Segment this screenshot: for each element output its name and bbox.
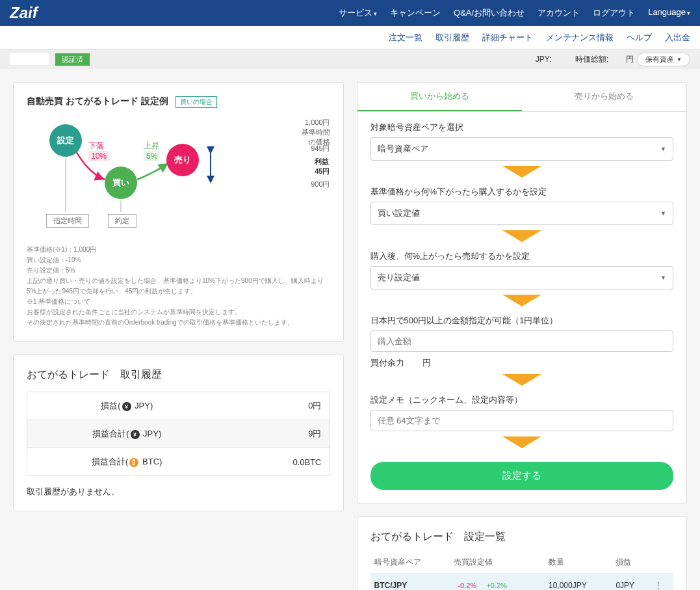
yen-icon: ¥ (122, 402, 131, 411)
sell-set-select[interactable]: 売り設定値 (370, 266, 674, 289)
top-navbar: Zaif サービス▾ キャンペーン Q&A/お問い合わせ アカウント ログアウト… (0, 0, 700, 26)
diagram-notes: 基準価格(※1)：1,000円 買い設定値：-10% 売り設定値：5% 上記の通… (27, 245, 330, 328)
nav-account[interactable]: アカウント (538, 7, 580, 19)
diagram-time-label: 指定時間 (46, 214, 89, 228)
history-title: おてがるトレード 取引履歴 (27, 368, 330, 382)
col-pl: 損益 (612, 552, 651, 574)
subnav-history[interactable]: 取引履歴 (435, 32, 469, 44)
nav-qa[interactable]: Q&A/お問い合わせ (454, 7, 525, 19)
pair-select[interactable]: 暗号資産ペア (370, 137, 674, 161)
marketcap-label: 時価総額: (575, 54, 608, 65)
verified-badge: 認証済 (55, 53, 90, 66)
amount-label: 日本円で500円以上の金額指定が可能（1円単位） (370, 315, 674, 327)
memo-input[interactable] (370, 410, 674, 431)
diagram-price-945: 945円 (311, 144, 330, 154)
diagram-title: 自動売買 おてがるトレード 設定例 (27, 96, 168, 106)
tab-buy[interactable]: 買いから始める (357, 83, 522, 111)
col-pair: 暗号資産ペア (370, 552, 450, 574)
chevron-down-icon: ▾ (687, 10, 690, 16)
table-row[interactable]: BTC/JPY-0.2% +0.2%10,000JPY0JPY⋮ (370, 574, 674, 591)
arrow-down-icon (370, 295, 674, 308)
history-empty-text: 取引履歴がありません。 (27, 486, 330, 498)
submit-button[interactable]: 設定する (370, 462, 674, 490)
arrow-down-icon (370, 374, 674, 388)
memo-label: 設定メモ（ニックネーム、設定内容等） (370, 394, 674, 406)
marketcap-unit: 円 (626, 54, 634, 65)
settings-list-card: おてがるトレード 設定一覧 暗号資産ペア 売買設定値 数量 損益 BTC/JPY… (357, 516, 688, 590)
jpy-label: JPY: (536, 55, 552, 64)
nav-logout[interactable]: ログアウト (593, 7, 635, 19)
table-row: 損益合計(¥ JPY) 9円 (27, 420, 330, 448)
diagram-down-label: 下落10% (88, 141, 109, 161)
diagram-up-label: 上昇5% (144, 141, 160, 161)
diagram-card: 自動売買 おてがるトレード 設定例 買いの場合 設定 買 (13, 82, 344, 342)
settings-list-title: おてがるトレード 設定一覧 (370, 530, 674, 544)
nav-campaign[interactable]: キャンペーン (390, 7, 441, 19)
arrow-down-icon (370, 230, 674, 244)
marketcap-value (612, 55, 623, 64)
arrow-down-icon (370, 436, 674, 450)
form-tabs: 買いから始める 売りから始める (357, 83, 687, 112)
subnav-maintenance[interactable]: メンテナンス情報 (546, 32, 614, 44)
chevron-down-icon: ▼ (677, 57, 682, 62)
buy-set-label: 基準価格から何%下がったら購入するかを設定 (370, 186, 674, 198)
buy-set-select[interactable]: 買い設定値 (370, 202, 674, 225)
amount-input[interactable] (370, 330, 674, 352)
sub-navbar: 注文一覧 取引履歴 詳細チャート メンテナンス情報 ヘルプ 入出金 (0, 26, 700, 49)
form-card: 買いから始める 売りから始める 対象暗号資産ペアを選択 暗号資産ペア 基準価格か… (357, 82, 688, 503)
nav-language[interactable]: Language▾ (648, 7, 690, 19)
diagram-contract-label: 約定 (108, 214, 136, 228)
diagram-profit: 利益 45円 (315, 157, 330, 176)
subnav-chart[interactable]: 詳細チャート (482, 32, 533, 44)
diagram-price-top: 1,000円基準時間 の価格 (302, 118, 330, 147)
subnav-deposit[interactable]: 入出金 (665, 32, 690, 44)
subnav-orders[interactable]: 注文一覧 (389, 32, 422, 44)
tab-sell[interactable]: 売りから始める (522, 83, 686, 111)
jpy-value (554, 55, 565, 64)
holdings-button[interactable]: 保有資産▼ (637, 53, 690, 66)
status-bar: 認証済 JPY: 時価総額: 円 保有資産▼ (0, 49, 700, 69)
col-trade: 売買設定値 (450, 552, 545, 574)
diagram-price-900: 900円 (311, 180, 330, 189)
more-icon[interactable]: ⋮ (655, 581, 662, 590)
arrow-down-icon (370, 166, 674, 180)
settings-table: 暗号資産ペア 売買設定値 数量 損益 BTC/JPY-0.2% +0.2%10,… (370, 552, 674, 590)
top-nav-links: サービス▾ キャンペーン Q&A/お問い合わせ アカウント ログアウト Lang… (339, 7, 690, 19)
yen-icon: ¥ (131, 430, 140, 439)
nav-service[interactable]: サービス▾ (339, 7, 377, 19)
balance-row: 買付余力 円 (370, 357, 674, 369)
diagram-buy-node: 買い (105, 167, 137, 199)
col-qty: 数量 (545, 552, 612, 574)
brand-logo: Zaif (10, 4, 38, 22)
history-table: 損益(¥ JPY) 0円 損益合計(¥ JPY) 9円 損益合計(₿ BTC) … (27, 392, 330, 476)
history-card: おてがるトレード 取引履歴 損益(¥ JPY) 0円 損益合計(¥ JPY) 9… (13, 355, 344, 511)
chevron-down-icon: ▾ (374, 10, 377, 17)
diagram-tag: 買いの場合 (175, 96, 217, 108)
sell-set-label: 購入後、何%上がったら売却するかを設定 (370, 250, 674, 262)
account-pill (10, 53, 49, 65)
diagram-settings-node: 設定 (49, 124, 82, 157)
subnav-help[interactable]: ヘルプ (627, 32, 652, 44)
table-row: 損益合計(₿ BTC) 0.0BTC (27, 448, 330, 476)
pair-label: 対象暗号資産ペアを選択 (370, 122, 674, 133)
diagram-sell-node: 売り (166, 144, 199, 176)
table-row: 損益(¥ JPY) 0円 (27, 392, 330, 420)
btc-icon: ₿ (129, 458, 138, 467)
